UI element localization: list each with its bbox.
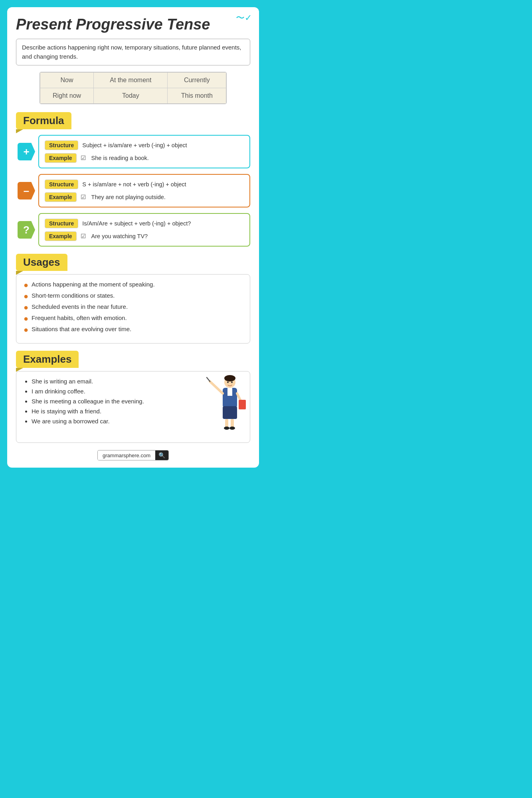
usage-item-0: ●Actions happening at the moment of spea… <box>24 281 243 289</box>
negative-structure-row: Structure S + is/am/are + not + verb (-i… <box>45 180 244 189</box>
svg-line-10 <box>207 377 210 381</box>
question-check-icon: ☑ <box>81 233 86 240</box>
orange-dot-2: ● <box>24 303 28 311</box>
page-title: Present Progressive Tense <box>16 16 250 33</box>
svg-point-13 <box>227 381 229 383</box>
question-symbol: ? <box>23 224 30 236</box>
usage-text-4: Situations that are evolving over time. <box>32 326 131 332</box>
footer: grammarsphere.com 🔍 <box>16 450 250 460</box>
svg-point-14 <box>231 381 233 383</box>
usage-item-1: ●Short-term conditions or states. <box>24 292 243 300</box>
minus-symbol: – <box>24 185 29 197</box>
footer-search-icon: 🔍 <box>155 450 168 460</box>
examples-section: Examples She is writing an email.I am dr… <box>16 351 250 443</box>
usage-text-3: Frequent habits, often with emotion. <box>32 314 127 321</box>
svg-rect-3 <box>227 388 232 396</box>
negative-check-icon: ☑ <box>81 194 86 201</box>
positive-structure-label: Structure <box>45 140 78 150</box>
formula-section: Formula + Structure Subject + is/am/are … <box>16 112 250 247</box>
question-formula-box: Structure Is/Am/Are + subject + verb (-i… <box>38 213 250 247</box>
positive-formula-box: Structure Subject + is/am/are + verb (-i… <box>38 135 250 168</box>
time-cell-right-now: Right now <box>40 88 94 104</box>
negative-example-text: They are not playing outside. <box>91 194 166 200</box>
usage-item-2: ●Scheduled events in the near future. <box>24 303 243 311</box>
question-example-label: Example <box>45 231 77 241</box>
footer-url: grammarsphere.com <box>98 451 155 460</box>
positive-example-label: Example <box>45 153 77 163</box>
svg-point-1 <box>224 375 235 381</box>
question-formula-container: ? Structure Is/Am/Are + subject + verb (… <box>38 213 250 247</box>
svg-point-8 <box>229 427 235 430</box>
orange-dot-4: ● <box>24 326 28 334</box>
usages-list: ●Actions happening at the moment of spea… <box>16 274 250 344</box>
negative-formula-container: – Structure S + is/am/are + not + verb (… <box>38 174 250 207</box>
orange-dot-1: ● <box>24 292 28 300</box>
time-cell-currently: Currently <box>168 73 226 88</box>
usage-text-2: Scheduled events in the near future. <box>32 303 128 310</box>
question-structure-label: Structure <box>45 219 78 228</box>
positive-icon: + <box>18 143 35 160</box>
time-row-1: Now At the moment Currently <box>40 73 226 88</box>
plus-symbol: + <box>23 146 29 158</box>
examples-section-header: Examples <box>16 351 79 368</box>
usages-section-header: Usages <box>16 254 67 271</box>
usages-items: ●Actions happening at the moment of spea… <box>24 281 243 334</box>
negative-formula-box: Structure S + is/am/are + not + verb (-i… <box>38 174 250 207</box>
positive-example-text: She is reading a book. <box>91 155 149 161</box>
positive-example-row: Example ☑ She is reading a book. <box>45 153 244 163</box>
negative-example-label: Example <box>45 192 77 202</box>
question-icon: ? <box>18 221 35 239</box>
orange-dot-0: ● <box>24 281 28 289</box>
usage-item-4: ●Situations that are evolving over time. <box>24 326 243 334</box>
main-card: 〜✓ Present Progressive Tense Describe ac… <box>7 7 259 468</box>
positive-structure-text: Subject + is/am/are + verb (-ing) + obje… <box>82 142 187 148</box>
question-structure-row: Structure Is/Am/Are + subject + verb (-i… <box>45 219 244 228</box>
negative-structure-label: Structure <box>45 180 78 189</box>
time-cell-at-the-moment: At the moment <box>94 73 168 88</box>
formula-section-header: Formula <box>16 112 71 129</box>
negative-example-row: Example ☑ They are not playing outside. <box>45 192 244 202</box>
description-box: Describe actions happening right now, te… <box>16 39 250 65</box>
bird-decoration: 〜✓ <box>236 12 252 24</box>
usage-item-3: ●Frequent habits, often with emotion. <box>24 314 243 322</box>
svg-rect-4 <box>223 406 237 419</box>
time-row-2: Right now Today This month <box>40 88 226 104</box>
teacher-figure <box>206 373 246 439</box>
svg-rect-5 <box>225 419 228 428</box>
svg-rect-12 <box>239 400 246 409</box>
question-structure-text: Is/Am/Are + subject + verb (-ing) + obje… <box>82 220 191 227</box>
question-example-text: Are you watching TV? <box>91 233 148 239</box>
positive-check-icon: ☑ <box>81 154 86 162</box>
time-cell-now: Now <box>40 73 94 88</box>
usages-section: Usages ●Actions happening at the moment … <box>16 254 250 344</box>
svg-rect-6 <box>231 419 234 428</box>
usage-text-1: Short-term conditions or states. <box>32 292 115 299</box>
examples-list: She is writing an email.I am drinking co… <box>16 371 250 443</box>
usage-text-0: Actions happening at the moment of speak… <box>32 281 155 288</box>
footer-inner: grammarsphere.com 🔍 <box>97 450 169 460</box>
svg-line-9 <box>210 381 223 393</box>
negative-structure-text: S + is/am/are + not + verb (-ing) + obje… <box>82 181 186 188</box>
time-cell-today: Today <box>94 88 168 104</box>
negative-icon: – <box>18 182 35 200</box>
orange-dot-3: ● <box>24 314 28 322</box>
positive-formula-container: + Structure Subject + is/am/are + verb (… <box>38 135 250 168</box>
description-text: Describe actions happening right now, te… <box>22 44 241 60</box>
positive-structure-row: Structure Subject + is/am/are + verb (-i… <box>45 140 244 150</box>
svg-point-7 <box>224 427 229 430</box>
time-words-grid: Now At the moment Currently Right now To… <box>40 72 227 104</box>
question-example-row: Example ☑ Are you watching TV? <box>45 231 244 241</box>
time-cell-this-month: This month <box>168 88 226 104</box>
